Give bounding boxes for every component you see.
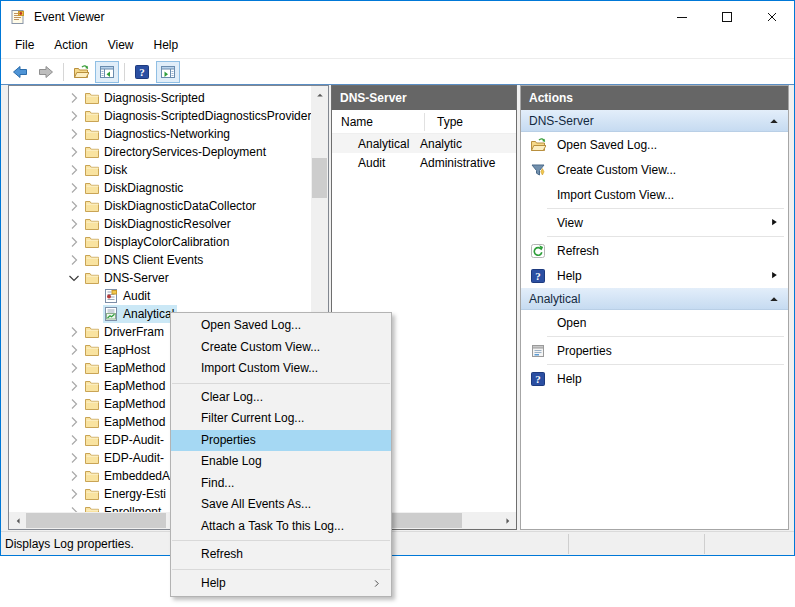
context-menu-item-find[interactable]: Find... — [171, 473, 391, 495]
chevron-right-icon[interactable] — [66, 378, 82, 394]
chevron-right-icon[interactable] — [66, 432, 82, 448]
scroll-up-icon[interactable] — [311, 86, 328, 103]
tree-item-dns-server[interactable]: DNS-Server — [9, 269, 311, 287]
column-divider[interactable] — [424, 113, 425, 131]
chevron-down-icon[interactable] — [66, 270, 82, 286]
context-menu-item-enable-log[interactable]: Enable Log — [171, 451, 391, 473]
svg-text:?: ? — [535, 270, 541, 282]
window-title: Event Viewer — [34, 10, 104, 24]
tree-item-label: DNS Client Events — [104, 253, 203, 267]
context-menu-item-filter-current-log[interactable]: Filter Current Log... — [171, 408, 391, 430]
tree-item-label: Diagnosis-ScriptedDiagnosticsProvider — [104, 109, 311, 123]
minimize-button[interactable] — [659, 1, 704, 32]
chevron-right-icon[interactable] — [66, 486, 82, 502]
folder-icon — [84, 144, 100, 160]
chevron-right-icon[interactable] — [66, 324, 82, 340]
scroll-right-icon[interactable] — [499, 512, 516, 529]
action-help[interactable]: ?Help — [521, 263, 788, 288]
context-menu-item-label: Attach a Task To this Log... — [201, 519, 344, 533]
tree-item-diagnosis-scripteddiagnosticsprovider[interactable]: Diagnosis-ScriptedDiagnosticsProvider — [9, 107, 311, 125]
chevron-right-icon[interactable] — [66, 216, 82, 232]
actions-panel: Actions DNS-ServerOpen Saved Log...Creat… — [520, 85, 789, 530]
chevron-right-icon[interactable] — [66, 144, 82, 160]
context-menu-item-open-saved-log[interactable]: Open Saved Log... — [171, 315, 391, 337]
chevron-right-icon[interactable] — [66, 90, 82, 106]
context-menu-item-label: Find... — [201, 476, 234, 490]
back-button[interactable] — [8, 61, 32, 83]
chevron-right-icon[interactable] — [66, 198, 82, 214]
menu-file[interactable]: File — [5, 34, 44, 56]
show-action-pane-button[interactable] — [156, 61, 180, 83]
log-list-row-audit[interactable]: AuditAdministrative — [332, 153, 516, 172]
submenu-black-icon — [769, 270, 779, 280]
context-menu-item-refresh[interactable]: Refresh — [171, 544, 391, 566]
chevron-right-icon[interactable] — [66, 414, 82, 430]
context-menu-item-help[interactable]: Help — [171, 573, 391, 595]
action-label: Properties — [557, 344, 612, 358]
tree-item-directoryservices-deployment[interactable]: DirectoryServices-Deployment — [9, 143, 311, 161]
list-column-headers: Name Type — [332, 110, 516, 134]
action-view[interactable]: View — [521, 210, 788, 235]
log-list-row-analytical[interactable]: AnalyticalAnalytic — [332, 134, 516, 153]
chevron-right-icon[interactable] — [66, 252, 82, 268]
action-open-saved-log[interactable]: Open Saved Log... — [521, 132, 788, 157]
chevron-right-icon[interactable] — [66, 396, 82, 412]
chevron-right-icon[interactable] — [66, 342, 82, 358]
menu-help[interactable]: Help — [144, 34, 189, 56]
open-saved-log-button[interactable] — [69, 61, 93, 83]
tree-item-label: EDP-Audit- — [104, 433, 164, 447]
help-button[interactable]: ? — [130, 61, 154, 83]
context-menu-item-label: Filter Current Log... — [201, 411, 304, 425]
chevron-right-icon[interactable] — [66, 126, 82, 142]
tree-item-audit[interactable]: Audit — [9, 287, 311, 305]
maximize-button[interactable] — [704, 1, 749, 32]
chevron-right-icon[interactable] — [66, 234, 82, 250]
context-menu-item-import-custom-view[interactable]: Import Custom View... — [171, 358, 391, 380]
menu-view[interactable]: View — [98, 34, 144, 56]
action-open[interactable]: Open — [521, 310, 788, 335]
actions-section-header-dns-server[interactable]: DNS-Server — [521, 110, 788, 132]
close-button[interactable] — [749, 1, 794, 32]
context-menu-item-label: Help — [201, 576, 226, 590]
folder-icon — [84, 234, 100, 250]
action-refresh[interactable]: Refresh — [521, 238, 788, 263]
scroll-left-icon[interactable] — [9, 512, 26, 529]
forward-button[interactable] — [34, 61, 58, 83]
show-console-tree-button[interactable] — [95, 61, 119, 83]
open-saved-log-icon — [530, 137, 546, 153]
action-create-custom-view[interactable]: Create Custom View... — [521, 157, 788, 182]
tree-item-diskdiagnosticresolver[interactable]: DiskDiagnosticResolver — [9, 215, 311, 233]
folder-icon — [84, 90, 100, 106]
menu-action[interactable]: Action — [44, 34, 97, 56]
analytic-log-icon — [103, 306, 119, 322]
tree-hscroll-thumb[interactable] — [26, 513, 166, 528]
tree-item-dns-client-events[interactable]: DNS Client Events — [9, 251, 311, 269]
tree-item-diagnostics-networking[interactable]: Diagnostics-Networking — [9, 125, 311, 143]
tree-vscroll-thumb[interactable] — [312, 158, 327, 198]
chevron-right-icon[interactable] — [66, 504, 82, 512]
context-menu-item-properties[interactable]: Properties — [171, 430, 391, 452]
chevron-right-icon[interactable] — [66, 450, 82, 466]
tree-item-displaycolorcalibration[interactable]: DisplayColorCalibration — [9, 233, 311, 251]
context-menu-item-create-custom-view[interactable]: Create Custom View... — [171, 337, 391, 359]
tree-item-content: Analytical — [103, 305, 177, 323]
status-divider — [704, 534, 705, 554]
tree-item-diagnosis-scripted[interactable]: Diagnosis-Scripted — [9, 89, 311, 107]
column-header-type[interactable]: Type — [424, 115, 463, 129]
chevron-right-icon[interactable] — [66, 108, 82, 124]
tree-item-disk[interactable]: Disk — [9, 161, 311, 179]
tree-item-diskdiagnosticdatacollector[interactable]: DiskDiagnosticDataCollector — [9, 197, 311, 215]
context-menu-item-clear-log[interactable]: Clear Log... — [171, 387, 391, 409]
chevron-right-icon[interactable] — [66, 162, 82, 178]
context-menu-item-attach-a-task-to-this-log[interactable]: Attach a Task To this Log... — [171, 516, 391, 538]
action-import-custom-view[interactable]: Import Custom View... — [521, 182, 788, 207]
tree-item-diskdiagnostic[interactable]: DiskDiagnostic — [9, 179, 311, 197]
actions-section-header-analytical[interactable]: Analytical — [521, 288, 788, 310]
chevron-right-icon[interactable] — [66, 360, 82, 376]
action-help[interactable]: ?Help — [521, 366, 788, 391]
chevron-right-icon[interactable] — [66, 468, 82, 484]
action-properties[interactable]: Properties — [521, 338, 788, 363]
context-menu-item-save-all-events-as[interactable]: Save All Events As... — [171, 494, 391, 516]
column-header-name[interactable]: Name — [332, 115, 424, 129]
chevron-right-icon[interactable] — [66, 180, 82, 196]
